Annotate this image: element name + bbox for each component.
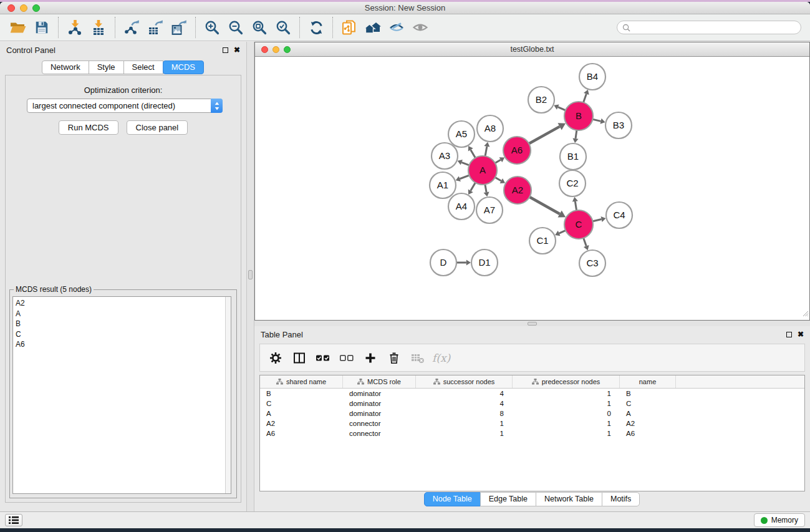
zoom-fit-button[interactable] — [248, 16, 271, 39]
column-header-name[interactable]: name — [620, 375, 676, 388]
close-panel-button[interactable]: Close panel — [127, 120, 188, 135]
tab-motifs[interactable]: Motifs — [602, 492, 640, 506]
export-network-button[interactable] — [120, 16, 143, 39]
close-window-button[interactable] — [7, 4, 15, 12]
zoom-in-button[interactable] — [200, 16, 224, 39]
column-header-successor-nodes[interactable]: successor nodes — [416, 375, 513, 388]
result-item[interactable]: A2 — [16, 298, 231, 309]
show-hide-panel-button[interactable] — [408, 16, 432, 39]
result-item[interactable]: C — [16, 329, 231, 340]
table-panel: Table Panel ✖ — [254, 326, 810, 511]
import-table-button[interactable] — [87, 16, 110, 39]
refresh-button[interactable] — [304, 16, 328, 39]
result-scrollbar[interactable] — [225, 297, 231, 493]
table-row[interactable]: B dominator 4 1 B — [260, 389, 804, 399]
network-graph[interactable]: AA1A2A3A4A5A6A7A8BB1B2B3B4CC1C2C3C4DD1 — [255, 57, 809, 320]
result-item[interactable]: A — [16, 309, 231, 319]
zoom-network-window-button[interactable] — [284, 46, 291, 53]
tab-node-table[interactable]: Node Table — [424, 492, 481, 506]
zoom-out-icon — [228, 19, 244, 36]
eye-icon — [412, 19, 428, 36]
result-item[interactable]: B — [16, 319, 231, 329]
column-header-predecessor-nodes[interactable]: predecessor nodes — [513, 375, 620, 388]
node-label-C3: C3 — [586, 258, 598, 268]
delete-table-button[interactable] — [407, 347, 428, 369]
zoom-fit-icon — [251, 19, 268, 36]
table-header-row: shared name MCDS role successor nodes — [260, 375, 804, 389]
control-panel-title: Control Panel — [6, 46, 55, 55]
zoom-out-button[interactable] — [224, 16, 248, 39]
tab-edge-table[interactable]: Edge Table — [480, 492, 536, 506]
optimization-criterion-label: Optimization criterion: — [6, 85, 241, 95]
close-panel-icon[interactable]: ✖ — [234, 47, 240, 53]
gear-icon — [269, 352, 282, 364]
table-row[interactable]: C dominator 4 1 C — [260, 399, 804, 409]
new-network-from-file-button[interactable] — [337, 16, 361, 39]
app-title: Session: New Session — [0, 2, 810, 14]
deselect-all-button[interactable] — [336, 347, 357, 369]
show-panels-button[interactable] — [5, 514, 22, 526]
toolbar-separator — [332, 17, 333, 38]
column-type-icon — [433, 379, 440, 385]
zoom-window-button[interactable] — [32, 4, 40, 12]
minimize-network-window-button[interactable] — [272, 46, 279, 53]
column-header-shared-name[interactable]: shared name — [260, 375, 343, 388]
tab-select[interactable]: Select — [123, 60, 163, 74]
save-session-button[interactable] — [30, 16, 54, 39]
splitter-grip[interactable] — [528, 322, 537, 326]
panel-split-button[interactable] — [289, 347, 310, 369]
select-all-button[interactable] — [312, 347, 334, 369]
tab-style[interactable]: Style — [89, 60, 124, 74]
close-panel-icon[interactable]: ✖ — [798, 331, 804, 337]
network-canvas[interactable]: AA1A2A3A4A5A6A7A8BB1B2B3B4CC1C2C3C4DD1 — [255, 57, 809, 320]
run-mcds-button[interactable]: Run MCDS — [59, 120, 118, 135]
network-window-controls — [261, 46, 291, 53]
tab-mcds[interactable]: MCDS — [163, 60, 204, 74]
import-network-button[interactable] — [63, 16, 87, 39]
open-session-button[interactable] — [6, 16, 30, 39]
hide-details-eye-icon — [388, 19, 405, 36]
column-settings-button[interactable] — [265, 347, 286, 369]
show-home-button[interactable] — [361, 16, 385, 39]
function-builder-button[interactable]: f(x) — [431, 352, 450, 364]
column-header-mcds-role[interactable]: MCDS role — [343, 375, 416, 388]
node-label-C2: C2 — [566, 178, 578, 188]
float-panel-icon[interactable] — [786, 332, 792, 337]
table-row[interactable]: A6 connector 1 1 A6 — [260, 428, 804, 438]
add-column-button[interactable] — [360, 347, 381, 369]
vertical-splitter[interactable] — [246, 42, 254, 511]
zoom-selected-button[interactable] — [271, 16, 295, 39]
export-table-button[interactable] — [143, 16, 167, 39]
tab-network[interactable]: Network — [42, 60, 89, 74]
toolbar-separator — [115, 17, 115, 38]
toolbar-separator — [299, 17, 300, 38]
node-table: shared name MCDS role successor nodes — [259, 375, 805, 491]
result-item[interactable]: A6 — [16, 339, 231, 350]
edge-arrowhead — [484, 142, 489, 147]
criterion-dropdown[interactable]: largest connected component (directed) — [27, 99, 223, 113]
table-row[interactable]: A dominator 8 0 A — [260, 409, 804, 418]
column-header-filler — [676, 375, 804, 388]
search-input[interactable] — [634, 23, 796, 32]
memory-button[interactable]: Memory — [754, 513, 805, 527]
plus-icon — [364, 352, 377, 364]
delete-column-button[interactable] — [383, 347, 405, 369]
close-network-window-button[interactable] — [261, 46, 268, 53]
main-content: Control Panel ✖ Network Style Select MCD… — [0, 42, 810, 511]
column-type-icon — [532, 379, 539, 385]
export-image-button[interactable] — [167, 16, 191, 39]
window-resize-grip[interactable] — [801, 308, 809, 319]
table-row[interactable]: A2 connector 1 1 A2 — [260, 418, 804, 428]
node-label-A4: A4 — [456, 201, 467, 211]
open-folder-icon — [9, 19, 27, 36]
minimize-window-button[interactable] — [20, 4, 27, 12]
hide-graphics-details-button[interactable] — [385, 16, 408, 39]
node-label-C1: C1 — [536, 235, 548, 246]
window-controls — [7, 4, 40, 12]
tab-network-table[interactable]: Network Table — [536, 492, 602, 506]
mcds-result-group: MCDS result (5 nodes) A2 A B C A6 — [9, 285, 237, 498]
float-panel-icon[interactable] — [223, 47, 228, 53]
horizontal-splitter[interactable] — [254, 321, 810, 326]
splitter-grip[interactable] — [248, 270, 253, 279]
table-panel-header: Table Panel ✖ — [254, 326, 810, 342]
